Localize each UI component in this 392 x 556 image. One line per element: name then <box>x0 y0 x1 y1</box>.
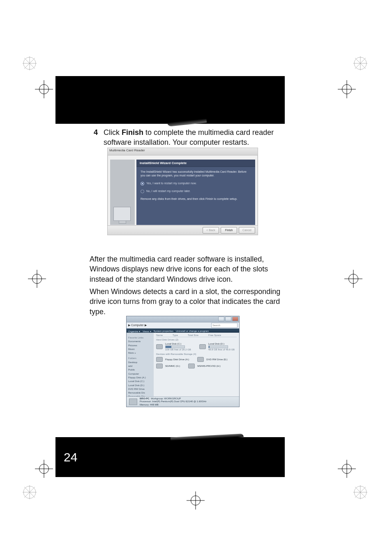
search-input[interactable]: Search <box>211 323 238 328</box>
sidebar-item[interactable]: Music <box>128 348 154 351</box>
wizard-footer: < Back Finish Cancel <box>108 225 258 235</box>
explorer-status-bar: BRO-PC Workgroup: WORKGROUP Processor: I… <box>127 396 239 407</box>
reg-mark-crosshair-icon <box>338 80 356 98</box>
explorer-sidebar: Favorite Links Documents Pictures Music … <box>127 333 157 397</box>
computer-icon <box>129 398 137 405</box>
toolbar-item[interactable]: Organize ▾ <box>128 330 140 333</box>
sidebar-header: Folders <box>128 357 154 360</box>
explorer-content: Name Type Total Size Free Space Hard Dis… <box>154 333 239 397</box>
paragraph-detect-card: When Windows detects a card in a slot, t… <box>90 287 287 317</box>
drive-item[interactable]: Local Disk (D:) 48.8 GB free of 48.8 GB <box>199 343 235 351</box>
sidebar-item[interactable]: Documents <box>128 340 154 343</box>
explorer-screenshot: ▶ Computer ▶ Search Organize ▾ Views ▾ S… <box>126 316 240 407</box>
drive-icon <box>199 344 206 349</box>
sidebar-item[interactable]: Public <box>128 368 154 372</box>
drive-icon <box>156 344 163 349</box>
drive-item[interactable]: MS/MS-PRO/XD (H:) <box>188 364 220 368</box>
minimize-icon[interactable] <box>218 317 224 321</box>
card-icon <box>188 364 195 368</box>
sidebar-item[interactable]: Desktop <box>128 361 154 364</box>
card-icon <box>156 364 163 368</box>
wizard-sidebar <box>110 160 135 225</box>
reg-mark-crosshair-icon <box>187 491 205 510</box>
wizard-stage: InstallShield Wizard Complete The Instal… <box>136 160 255 225</box>
reg-mark-crosshair-icon <box>28 270 46 288</box>
wizard-titlebar: Multimedia Card Reader <box>108 148 258 155</box>
column-headers: Name Type Total Size Free Space <box>156 334 237 337</box>
sidebar-item[interactable]: add <box>128 364 154 368</box>
wizard-note: Remove any disks from their drives, and … <box>141 197 251 201</box>
back-button[interactable]: < Back <box>203 227 219 234</box>
drive-item[interactable]: Local Disk (C:) 109 GB free of 29.2 GB <box>156 343 191 351</box>
sidebar-item[interactable]: Floppy Disk (A:) <box>128 376 154 380</box>
paragraph-after-wizard: After the multimedia card reader softwar… <box>90 254 287 284</box>
reg-mark-crosshair-icon <box>344 270 362 288</box>
floppy-icon <box>156 357 163 362</box>
drive-item[interactable]: SD/MMC (G:) <box>156 364 180 368</box>
monitor-icon <box>113 207 131 221</box>
cancel-button[interactable]: Cancel <box>239 227 255 234</box>
finish-button[interactable]: Finish <box>221 227 237 234</box>
drive-item[interactable]: Floppy Disk Drive (A:) <box>156 357 189 362</box>
step-text: Click Finish to complete the multimedia … <box>104 127 284 148</box>
toolbar-item[interactable]: Views ▾ <box>143 330 151 333</box>
sidebar-item[interactable]: Computer <box>128 372 154 376</box>
drive-item[interactable]: DVD RW Drive (E:) <box>197 357 227 362</box>
close-icon[interactable] <box>232 317 238 321</box>
wizard-restart-no[interactable]: No, I will restart my computer later. <box>141 190 251 193</box>
sidebar-item[interactable]: Local Disk (C:) <box>128 380 154 383</box>
sidebar-item[interactable]: DVD RW Drive <box>128 387 154 391</box>
section-hdd: Hard Disk Drives (2) <box>156 338 237 341</box>
reg-mark-star-icon <box>353 485 367 499</box>
reg-mark-star-icon <box>23 485 37 499</box>
sidebar-header: Favorite Links <box>128 336 154 340</box>
toolbar-item[interactable]: System properties <box>154 330 173 332</box>
sidebar-item[interactable]: More » <box>128 351 154 355</box>
dvd-icon <box>197 357 204 362</box>
explorer-address-bar[interactable]: ▶ Computer ▶ Search <box>127 322 239 329</box>
sidebar-item[interactable]: Local Disk (D:) <box>128 384 154 387</box>
header-band <box>55 76 285 124</box>
section-removable: Devices with Removable Storage (4) <box>156 353 237 355</box>
maximize-icon[interactable] <box>225 317 231 321</box>
toolbar-item[interactable]: Uninstall or change a program <box>176 330 209 332</box>
wizard-heading: InstallShield Wizard Complete <box>136 160 255 167</box>
reg-mark-star-icon <box>353 56 367 70</box>
reg-mark-crosshair-icon <box>35 80 53 98</box>
reg-mark-star-icon <box>23 56 37 70</box>
explorer-titlebar <box>127 316 239 322</box>
reg-mark-crosshair-icon <box>35 460 53 478</box>
step-4: 4 Click Finish to complete the multimedi… <box>90 127 284 148</box>
step-number: 4 <box>90 127 98 148</box>
footer-band <box>55 437 285 477</box>
sidebar-item[interactable]: Pictures <box>128 344 154 348</box>
page-number: 24 <box>64 450 77 464</box>
wizard-restart-yes[interactable]: Yes, I want to restart my computer now. <box>141 182 251 185</box>
reg-mark-crosshair-icon <box>338 460 356 478</box>
wizard-screenshot: Multimedia Card Reader InstallShield Wiz… <box>107 148 258 235</box>
radio-icon <box>141 182 144 185</box>
sidebar-item[interactable]: Removable Dis <box>128 391 154 395</box>
radio-icon <box>141 190 144 193</box>
breadcrumb[interactable]: ▶ Computer ▶ <box>128 324 147 327</box>
wizard-description: The InstallShield Wizard has successfull… <box>141 170 251 178</box>
